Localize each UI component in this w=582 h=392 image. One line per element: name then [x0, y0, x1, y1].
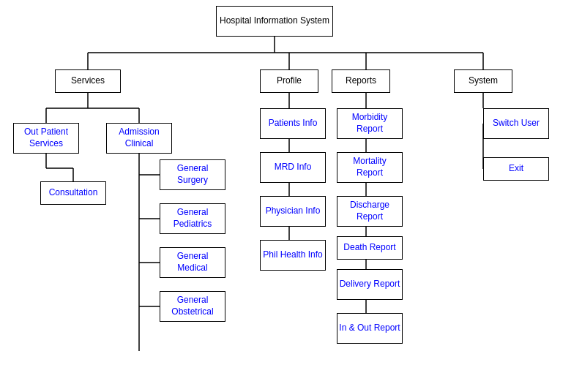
mortality-report-node[interactable]: Mortality Report [337, 152, 403, 183]
hospital-node: Hospital Information System [216, 6, 333, 37]
system-node: System [454, 69, 512, 93]
death-report-node[interactable]: Death Report [337, 236, 403, 260]
phil-health-info-node[interactable]: Phil Health Info [260, 240, 326, 271]
gen-medical-node[interactable]: General Medical [160, 247, 225, 278]
patients-info-node[interactable]: Patients Info [260, 108, 326, 139]
exit-node[interactable]: Exit [483, 157, 549, 181]
in-out-report-node[interactable]: In & Out Report [337, 313, 403, 344]
discharge-report-node[interactable]: Discharge Report [337, 196, 403, 227]
reports-node: Reports [332, 69, 390, 93]
switch-user-node[interactable]: Switch User [483, 108, 549, 139]
profile-node: Profile [260, 69, 318, 93]
gen-surgery-node[interactable]: General Surgery [160, 159, 225, 190]
diagram: Hospital Information System Services Pro… [0, 0, 582, 392]
services-node: Services [55, 69, 121, 93]
mrd-info-node[interactable]: MRD Info [260, 152, 326, 183]
consultation-node[interactable]: Consultation [40, 181, 106, 205]
delivery-report-node[interactable]: Delivery Report [337, 269, 403, 300]
admission-node[interactable]: Admission Clinical [106, 123, 172, 154]
gen-obstetrical-node[interactable]: General Obstetrical [160, 291, 225, 322]
gen-pediatrics-node[interactable]: General Pediatrics [160, 203, 225, 234]
morbidity-report-node[interactable]: Morbidity Report [337, 108, 403, 139]
physician-info-node[interactable]: Physician Info [260, 196, 326, 227]
out-patient-node[interactable]: Out Patient Services [13, 123, 79, 154]
